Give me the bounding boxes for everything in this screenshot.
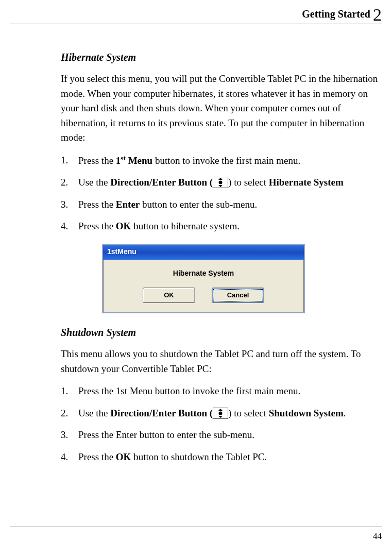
step-3: 3. Press the Enter button to enter the s… <box>61 427 382 443</box>
page: Getting Started 2 Hibernate System If yo… <box>0 0 392 555</box>
step-number: 2. <box>61 406 78 421</box>
dialog-titlebar[interactable]: 1stMenu <box>103 245 304 260</box>
step-body: Press the OK button to shutdown the Tabl… <box>78 449 382 465</box>
step-2: 2. Use the Direction/Enter Button () to … <box>61 406 382 421</box>
step-body: Use the Direction/Enter Button () to sel… <box>78 175 382 190</box>
step-number: 1. <box>61 153 78 168</box>
intro-paragraph-hibernate: If you select this menu, you will put th… <box>61 72 382 145</box>
step-number: 4. <box>61 449 78 465</box>
direction-enter-icon <box>213 177 228 188</box>
step-number: 4. <box>61 218 78 234</box>
step-number: 2. <box>61 175 78 190</box>
direction-enter-icon <box>213 408 228 419</box>
svg-point-7 <box>219 411 223 415</box>
page-header: Getting Started 2 <box>10 8 382 24</box>
step-4: 4. Press the OK button to hibernate syst… <box>61 218 382 234</box>
step-body: Press the 1st Menu button to invoke the … <box>78 383 382 399</box>
steps-list-shutdown: 1. Press the 1st Menu button to invoke t… <box>61 383 382 465</box>
content-area: Hibernate System If you select this menu… <box>61 52 382 475</box>
hibernate-dialog: 1stMenu Hibernate System OK Cancel <box>102 244 305 313</box>
section-name: Getting Started <box>302 8 370 20</box>
ok-button[interactable]: OK <box>143 288 195 303</box>
page-footer: 44 <box>10 527 382 542</box>
step-body: Use the Direction/Enter Button () to sel… <box>78 406 382 421</box>
page-number: 44 <box>373 531 382 541</box>
step-2: 2. Use the Direction/Enter Button () to … <box>61 175 382 190</box>
step-number: 3. <box>61 427 78 443</box>
step-number: 3. <box>61 197 78 212</box>
steps-list-hibernate: 1. Press the 1st Menu button to invoke t… <box>61 153 382 234</box>
step-1: 1. Press the 1st Menu button to invoke t… <box>61 383 382 399</box>
cancel-button[interactable]: Cancel <box>212 288 264 303</box>
step-body: Press the Enter button to enter the sub-… <box>78 197 382 212</box>
step-body: Press the OK button to hibernate system. <box>78 218 382 234</box>
step-4: 4. Press the OK button to shutdown the T… <box>61 449 382 465</box>
chapter-number: 2 <box>373 5 382 24</box>
dialog-message: Hibernate System <box>103 260 304 284</box>
intro-paragraph-shutdown: This menu allows you to shutdown the Tab… <box>61 347 382 376</box>
step-number: 1. <box>61 383 78 399</box>
section-heading-hibernate: Hibernate System <box>61 52 382 63</box>
section-heading-shutdown: Shutdown System <box>61 327 382 339</box>
step-1: 1. Press the 1st Menu button to invoke t… <box>61 153 382 169</box>
header-title: Getting Started 2 <box>302 5 382 25</box>
svg-point-3 <box>219 181 223 184</box>
step-body: Press the Enter button to enter the sub-… <box>78 427 382 443</box>
dialog-button-row: OK Cancel <box>103 284 304 312</box>
step-body: Press the 1st Menu button to invoke the … <box>78 153 382 169</box>
step-3: 3. Press the Enter button to enter the s… <box>61 197 382 212</box>
